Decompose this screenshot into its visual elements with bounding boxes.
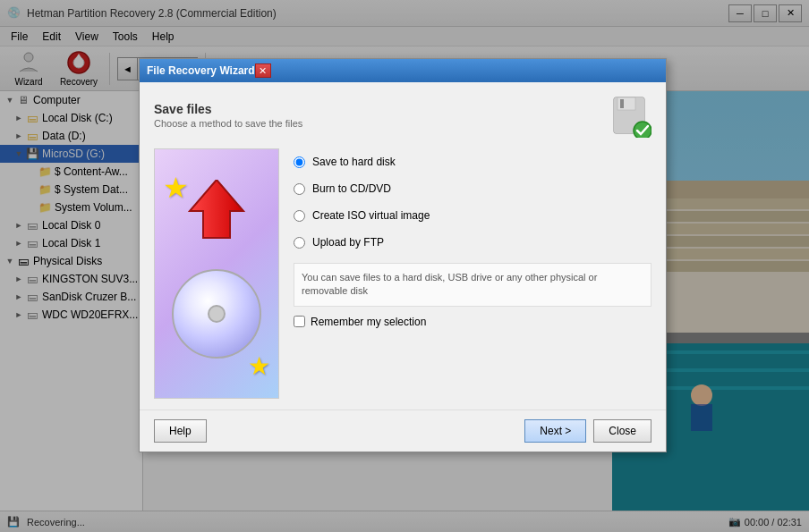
remember-selection-row: Remember my selection [294, 316, 651, 328]
dialog-close-icon-btn[interactable]: ✕ [255, 63, 271, 78]
dialog-options: Save to hard disk Burn to CD/DVD Create … [294, 148, 651, 399]
dialog-save-title: Save files [154, 102, 302, 116]
option-ftp[interactable]: Upload by FTP [294, 229, 651, 256]
dialog-header: Save files Choose a method to save the f… [154, 93, 651, 138]
dialog-title: File Recovery Wizard [147, 64, 255, 77]
dialog-overlay: File Recovery Wizard ✕ Save files Choose… [0, 0, 809, 532]
save-icon-graphic [607, 93, 651, 138]
dialog-titlebar: File Recovery Wizard ✕ [140, 59, 666, 82]
svg-marker-24 [190, 180, 243, 238]
radio-iso[interactable] [294, 210, 305, 222]
svg-rect-22 [620, 99, 624, 108]
label-burn-cd[interactable]: Burn to CD/DVD [312, 182, 391, 195]
dialog-header-text: Save files Choose a method to save the f… [154, 102, 302, 129]
radio-burn-cd[interactable] [294, 183, 305, 195]
cd-illustration: ★ ★ [158, 153, 275, 394]
remember-checkbox[interactable] [294, 316, 305, 327]
dialog-save-subtitle: Choose a method to save the files [154, 118, 302, 129]
star-bottom-right: ★ [248, 351, 270, 381]
cd-disc [172, 269, 261, 359]
label-save-hdd[interactable]: Save to hard disk [312, 156, 396, 168]
radio-ftp[interactable] [294, 237, 305, 249]
dialog-body: Save files Choose a method to save the f… [140, 82, 666, 410]
dialog-content: ★ ★ [154, 148, 651, 399]
option-save-to-hdd[interactable]: Save to hard disk [294, 148, 651, 175]
arrow-graphic [176, 180, 257, 272]
radio-save-hdd[interactable] [294, 156, 305, 168]
dialog-close-button[interactable]: Close [593, 419, 651, 443]
remember-label[interactable]: Remember my selection [311, 316, 426, 328]
help-button[interactable]: Help [154, 419, 207, 443]
cd-illustration-panel: ★ ★ [154, 148, 279, 399]
option-description: You can save files to a hard disk, USB d… [294, 263, 651, 307]
file-recovery-dialog: File Recovery Wizard ✕ Save files Choose… [139, 58, 667, 452]
label-iso[interactable]: Create ISO virtual image [312, 209, 430, 222]
option-iso[interactable]: Create ISO virtual image [294, 202, 651, 229]
next-button[interactable]: Next > [524, 419, 586, 443]
dialog-footer: Help Next > Close [140, 410, 666, 452]
svg-point-23 [634, 122, 651, 138]
label-ftp[interactable]: Upload by FTP [312, 236, 384, 249]
cd-hole [208, 305, 226, 323]
dialog-header-icon [607, 93, 651, 138]
option-burn-cd[interactable]: Burn to CD/DVD [294, 175, 651, 202]
